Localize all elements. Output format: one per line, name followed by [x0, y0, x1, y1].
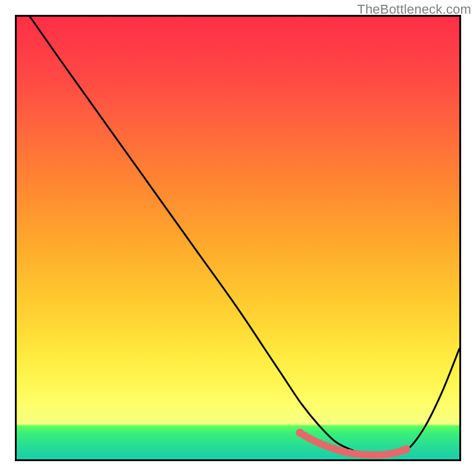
optimal-band-endpoint	[402, 445, 411, 453]
chart-area	[15, 15, 461, 461]
optimal-band-endpoint	[296, 428, 304, 437]
curve-path	[30, 17, 459, 455]
chart-svg	[17, 17, 459, 459]
optimal-band-path	[296, 428, 410, 455]
curve-line	[30, 17, 459, 455]
watermark-text: TheBottleneck.com	[357, 2, 471, 17]
optimal-band-line	[300, 433, 406, 455]
